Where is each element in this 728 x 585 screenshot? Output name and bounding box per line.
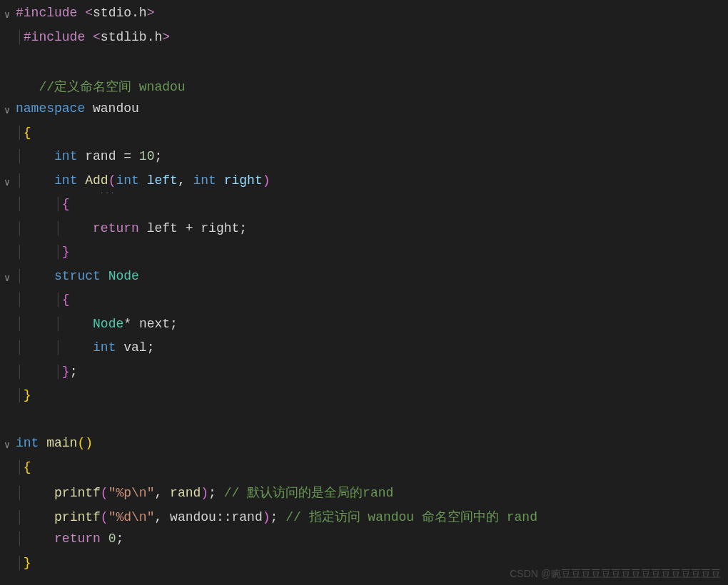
code-line[interactable] bbox=[0, 412, 728, 437]
code-line[interactable]: │ │{ bbox=[0, 292, 728, 317]
code-line[interactable]: │ printf("%p\n", rand); // 默认访问的是全局的rand bbox=[0, 484, 728, 508]
fold-icon[interactable]: ∨ bbox=[0, 101, 14, 116]
directive: #include bbox=[16, 6, 85, 20]
code-line[interactable]: │ │} bbox=[0, 245, 728, 269]
code-line[interactable]: ∨ namespace wandou bbox=[0, 101, 728, 126]
code-line[interactable]: //定义命名空间 wnadou bbox=[0, 78, 728, 102]
code-line[interactable]: │ │ Node* next; bbox=[0, 317, 728, 341]
code-line[interactable]: │{ bbox=[0, 460, 728, 484]
code-line[interactable]: │ printf("%d\n", wandou::rand); // 指定访问 … bbox=[0, 508, 728, 532]
keyword: struct bbox=[54, 269, 101, 283]
comment: // 指定访问 wandou 命名空间中的 rand bbox=[285, 510, 537, 524]
code-line[interactable]: │} bbox=[0, 388, 728, 412]
code-line[interactable] bbox=[0, 54, 728, 78]
fold-icon[interactable]: ∨ bbox=[0, 436, 14, 451]
fold-icon[interactable]: ∨ bbox=[0, 269, 14, 284]
code-editor[interactable]: ∨ #include <stdio.h> │#include <stdlib.h… bbox=[0, 0, 728, 579]
watermark: CSDN @豌豆豆豆豆豆豆豆豆豆豆豆豆豆豆豆豆 bbox=[510, 568, 721, 581]
comment: //定义命名空间 wnadou bbox=[39, 80, 185, 94]
code-line[interactable]: │#include <stdlib.h> bbox=[0, 30, 728, 54]
code-line[interactable]: │ return 0; bbox=[0, 531, 728, 556]
fold-icon[interactable]: ∨ bbox=[0, 173, 14, 188]
code-line[interactable]: ∨ │ struct Node bbox=[0, 269, 728, 293]
function-name: Add bbox=[77, 173, 108, 188]
code-line[interactable]: │ int rand = 10; bbox=[0, 149, 728, 173]
keyword: namespace bbox=[16, 101, 85, 116]
code-line[interactable]: ∨ #include <stdio.h> bbox=[0, 6, 728, 30]
gutter bbox=[0, 30, 14, 33]
code-line[interactable]: │ │ int val; bbox=[0, 340, 728, 365]
ellipsis-hint: ... bbox=[100, 188, 116, 195]
code-line[interactable]: │ │{ bbox=[0, 197, 728, 221]
fold-icon[interactable]: ∨ bbox=[0, 6, 14, 21]
function-name: main bbox=[39, 436, 77, 450]
comment: // 默认访问的是全局的rand bbox=[224, 486, 394, 500]
code-line[interactable]: ∨ int main() bbox=[0, 436, 728, 460]
code-line[interactable]: │ │ return left + right; bbox=[0, 221, 728, 245]
keyword: return bbox=[93, 221, 139, 235]
code-line[interactable]: │{ bbox=[0, 126, 728, 150]
code-line[interactable]: │ │}; bbox=[0, 365, 728, 389]
keyword: return bbox=[54, 531, 101, 546]
